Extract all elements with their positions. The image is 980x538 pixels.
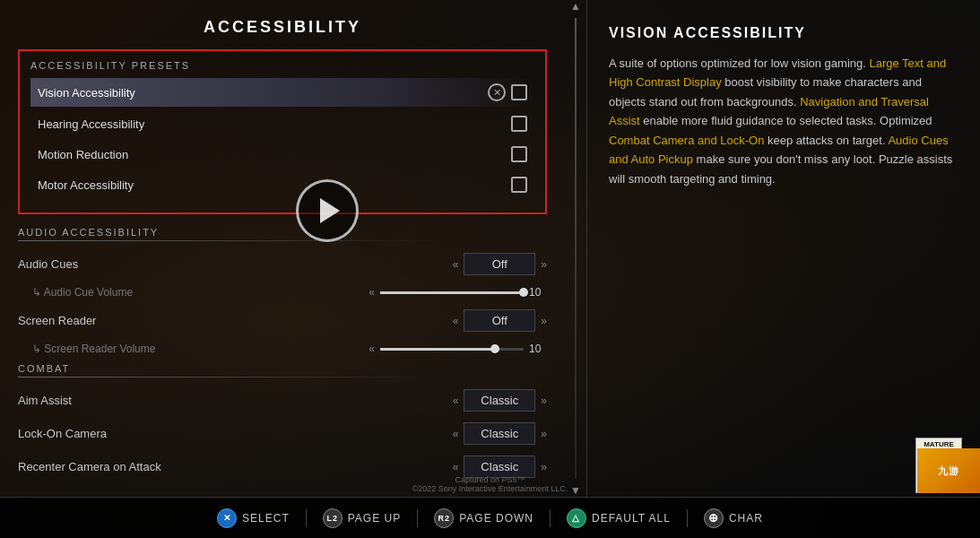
audio-cues-value: Off	[464, 253, 535, 275]
lock-on-right-chevron[interactable]: »	[541, 428, 547, 440]
sr-volume-left-chevron[interactable]: «	[369, 343, 375, 355]
combat-section-label: COMBAT	[18, 363, 547, 377]
square-icon-4	[511, 177, 527, 193]
lock-on-camera-row: Lock-On Camera « Classic »	[18, 418, 547, 449]
page-down-label: PAGE DOWN	[459, 512, 533, 525]
char-label: CHAR	[729, 512, 763, 525]
preset-item-vision[interactable]: Vision Accessibility ✕	[30, 78, 534, 107]
l2-button-icon[interactable]: L2	[323, 508, 343, 528]
bottom-action-select: ✕ SELECT	[201, 508, 306, 528]
preset-label-vision: Vision Accessibility	[38, 86, 135, 100]
audio-cue-volume-value: 10	[529, 286, 547, 299]
screen-reader-volume-row: Screen Reader Volume « 10	[18, 338, 547, 360]
lock-on-left-chevron[interactable]: «	[453, 428, 459, 440]
aim-assist-control[interactable]: « Classic »	[453, 389, 547, 412]
preset-label-hearing: Hearing Accessibility	[38, 117, 144, 131]
scroll-up-chevron: ▲	[570, 0, 581, 13]
bottom-action-page-up[interactable]: L2 PAGE UP	[307, 508, 417, 528]
screen-reader-value: Off	[464, 309, 535, 332]
audio-cues-left-chevron[interactable]: «	[453, 258, 459, 271]
screen-reader-left-chevron[interactable]: «	[453, 315, 459, 327]
square-icon-3	[511, 146, 527, 162]
screen-reader-label: Screen Reader	[18, 314, 96, 327]
screen-reader-right-chevron[interactable]: »	[541, 315, 547, 327]
bottom-action-default-all[interactable]: △ DEFAULT ALL	[551, 508, 687, 528]
recenter-right-chevron[interactable]: »	[541, 461, 547, 473]
description-title: VISION ACCESSIBILITY	[609, 25, 958, 41]
right-panel: VISION ACCESSIBILITY A suite of options …	[586, 0, 980, 497]
preset-section-label: ACCESSIBILITY PRESETS	[30, 60, 534, 71]
lock-on-camera-value: Classic	[464, 422, 535, 445]
screen-reader-volume-slider[interactable]: « 10	[369, 343, 547, 355]
sr-volume-track	[380, 348, 524, 351]
screen-reader-row: Screen Reader « Off »	[18, 305, 547, 336]
scroll-down-chevron: ▼	[570, 484, 581, 497]
aim-assist-right-chevron[interactable]: »	[541, 395, 547, 407]
preset-label-motor: Motor Accessibility	[38, 178, 134, 192]
audio-cues-right-chevron[interactable]: »	[541, 258, 547, 271]
page-title: ACCESSIBILITY	[18, 18, 547, 37]
audio-cue-volume-slider[interactable]: « 10	[369, 286, 547, 299]
audio-cues-label: Audio Cues	[18, 257, 78, 271]
preset-icons-vision: ✕	[488, 83, 527, 101]
main-layout: ACCESSIBILITY ACCESSIBILITY PRESETS Visi…	[0, 0, 980, 538]
recenter-camera-label: Recenter Camera on Attack	[18, 460, 161, 473]
screen-reader-control[interactable]: « Off »	[453, 309, 547, 332]
globe-button-icon[interactable]: ⊕	[704, 508, 724, 528]
volume-left-chevron[interactable]: «	[369, 286, 375, 299]
bottom-action-page-down[interactable]: R2 PAGE DOWN	[418, 508, 550, 528]
aim-assist-value: Classic	[464, 389, 535, 412]
preset-section: ACCESSIBILITY PRESETS Vision Accessibili…	[18, 49, 547, 214]
circle-x-icon: ✕	[488, 83, 506, 101]
audio-section-label: AUDIO ACCESSIBILITY	[18, 227, 547, 241]
audio-cues-control[interactable]: « Off »	[453, 253, 547, 275]
preset-icons-motor	[511, 177, 527, 193]
preset-item-hearing[interactable]: Hearing Accessibility	[30, 110, 534, 137]
aim-assist-left-chevron[interactable]: «	[453, 395, 459, 407]
copyright-text: Captured on PS5™ ©2022 Sony Interactive …	[412, 475, 568, 493]
play-triangle-icon	[320, 198, 340, 223]
scroll-track	[575, 18, 577, 479]
watermark: 九游	[917, 448, 980, 493]
select-label: SELECT	[242, 512, 290, 525]
play-button[interactable]	[296, 179, 359, 242]
r2-button-icon[interactable]: R2	[434, 508, 454, 528]
aim-assist-row: Aim Assist « Classic »	[18, 385, 547, 416]
content-area: ACCESSIBILITY ACCESSIBILITY PRESETS Visi…	[0, 0, 980, 497]
scroll-indicators: ▲ ▼	[565, 0, 586, 497]
desc-part-1: A suite of options optimized for low vis…	[609, 56, 869, 70]
page-up-label: PAGE UP	[348, 512, 401, 525]
preset-icons-hearing	[511, 116, 527, 132]
screen-reader-volume-value: 10	[529, 343, 547, 355]
x-button-icon[interactable]: ✕	[217, 508, 237, 528]
preset-item-motor[interactable]: Motor Accessibility	[30, 171, 534, 198]
left-panel: ACCESSIBILITY ACCESSIBILITY PRESETS Visi…	[0, 0, 565, 497]
preset-label-motion: Motion Reduction	[38, 148, 128, 161]
preset-icons-motion	[511, 146, 527, 162]
aim-assist-label: Aim Assist	[18, 394, 72, 407]
desc-part-3: enable more fluid guidance to selected t…	[640, 114, 932, 127]
audio-cue-volume-label: Audio Cue Volume	[18, 286, 133, 299]
recenter-left-chevron[interactable]: «	[453, 461, 459, 473]
preset-item-motion[interactable]: Motion Reduction	[30, 141, 534, 168]
screen-reader-volume-label: Screen Reader Volume	[18, 343, 155, 355]
desc-part-4: keep attacks on target.	[764, 134, 888, 147]
lock-on-camera-control[interactable]: « Classic »	[453, 422, 547, 445]
desc-highlight-3: Combat Camera and Lock-On	[609, 134, 764, 147]
default-all-label: DEFAULT ALL	[592, 512, 671, 525]
volume-track	[380, 291, 524, 294]
square-icon-1	[511, 84, 527, 100]
audio-cue-volume-row: Audio Cue Volume « 10	[18, 282, 547, 303]
description-text: A suite of options optimized for low vis…	[609, 54, 958, 188]
audio-cues-row: Audio Cues « Off »	[18, 248, 547, 280]
square-icon-2	[511, 116, 527, 132]
bottom-action-char[interactable]: ⊕ CHAR	[688, 508, 779, 528]
bottom-bar: ✕ SELECT L2 PAGE UP R2 PAGE DOWN △ DEFAU…	[0, 497, 980, 538]
lock-on-camera-label: Lock-On Camera	[18, 427, 107, 440]
triangle-button-icon[interactable]: △	[567, 508, 586, 528]
